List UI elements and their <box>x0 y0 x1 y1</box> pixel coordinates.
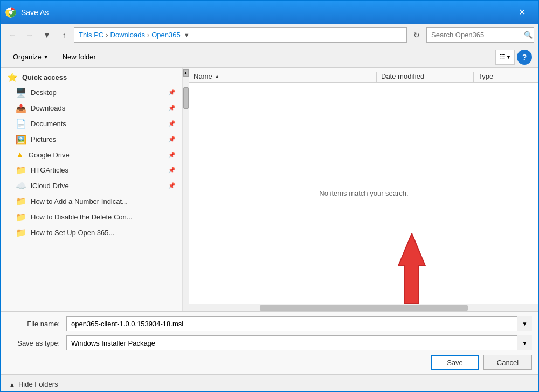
organize-dropdown-icon: ▼ <box>44 54 49 60</box>
breadcrumb[interactable]: This PC › Downloads › Open365 ▼ <box>74 27 407 43</box>
sidebar-item-howto3[interactable]: 📁 How to Set Up Open 365... <box>1 225 182 240</box>
horizontal-scroll-thumb[interactable] <box>260 305 468 311</box>
sidebar-item-documents-label: Documents <box>31 120 66 128</box>
sidebar-scroll-thumb[interactable] <box>183 87 189 109</box>
sidebar-item-icloud[interactable]: ☁️ iCloud Drive 📌 <box>1 178 182 194</box>
savetype-input-wrap: ▼ <box>66 335 532 350</box>
new-folder-button[interactable]: New folder <box>57 50 102 65</box>
htgarticles-icon: 📁 <box>16 165 26 175</box>
sidebar-item-googledrive[interactable]: ▲ Google Drive 📌 <box>1 147 182 162</box>
chrome-icon <box>5 6 17 18</box>
button-row: Save Cancel <box>7 355 532 370</box>
sidebar-item-htgarticles[interactable]: 📁 HTGArticles 📌 <box>1 162 182 178</box>
quick-access-header: ⭐ Quick access <box>1 68 182 85</box>
search-input[interactable] <box>431 31 522 39</box>
breadcrumb-dropdown[interactable]: ▼ <box>184 32 190 38</box>
save-as-dialog: Save As ✕ ← → ▼ ↑ This PC › Downloads › … <box>0 0 539 392</box>
pictures-icon: 🖼️ <box>16 134 26 145</box>
empty-message: No items match your search. <box>319 189 408 197</box>
address-bar: ← → ▼ ↑ This PC › Downloads › Open365 ▼ … <box>1 24 538 46</box>
view-icon: ☷ <box>499 53 505 61</box>
view-button[interactable]: ☷ ▼ <box>495 50 515 65</box>
desktop-icon: 🖥️ <box>16 87 26 98</box>
sidebar-item-downloads[interactable]: 📥 Downloads 📌 <box>1 100 182 116</box>
sidebar-item-desktop[interactable]: 🖥️ Desktop 📌 <box>1 85 182 100</box>
file-area: Name ▲ Date modified Type No items match… <box>189 68 538 311</box>
title-bar: Save As ✕ <box>1 1 538 24</box>
col-name-label: Name <box>194 72 212 80</box>
sidebar-item-howto1[interactable]: 📁 How to Add a Number Indicat... <box>1 194 182 209</box>
icloud-icon: ☁️ <box>16 181 26 191</box>
quick-access-label: Quick access <box>22 73 67 81</box>
view-dropdown-icon: ▼ <box>506 54 511 60</box>
toolbar: Organize ▼ New folder ☷ ▼ ? <box>1 46 538 68</box>
col-header-name[interactable]: Name ▲ <box>189 72 377 82</box>
sidebar-item-howto2-label: How to Disable the Delete Con... <box>31 213 133 221</box>
sidebar-item-howto1-label: How to Add a Number Indicat... <box>31 197 128 205</box>
filename-dropdown-arrow[interactable]: ▼ <box>517 316 532 331</box>
pin-icon-pictures: 📌 <box>168 136 176 143</box>
breadcrumb-thispc[interactable]: This PC <box>79 31 103 39</box>
sidebar-item-pictures-label: Pictures <box>31 135 56 143</box>
horizontal-scrollbar[interactable] <box>189 304 538 311</box>
cancel-button[interactable]: Cancel <box>483 355 532 370</box>
sidebar: ⭐ Quick access 🖥️ Desktop 📌 📥 Downloads … <box>1 68 189 311</box>
sidebar-item-htgarticles-label: HTGArticles <box>31 166 68 174</box>
hide-folders-button[interactable]: ▲ Hide Folders <box>7 378 532 388</box>
save-button[interactable]: Save <box>431 355 479 370</box>
filename-input-wrap: ▼ <box>66 316 532 331</box>
dialog-title: Save As <box>21 8 509 17</box>
close-button[interactable]: ✕ <box>509 1 534 24</box>
sidebar-scrollbar-track: ▲ <box>182 68 189 311</box>
dropdown-history-button[interactable]: ▼ <box>39 27 54 43</box>
sidebar-item-howto2[interactable]: 📁 How to Disable the Delete Con... <box>1 209 182 225</box>
up-button[interactable]: ↑ <box>57 27 72 43</box>
hide-folders-bar: ▲ Hide Folders <box>1 374 538 391</box>
help-button[interactable]: ? <box>517 50 532 65</box>
savetype-row: Save as type: ▼ <box>7 335 532 350</box>
main-content: ⭐ Quick access 🖥️ Desktop 📌 📥 Downloads … <box>1 68 538 311</box>
pin-icon-documents: 📌 <box>168 120 176 127</box>
search-bar: 🔍 <box>426 27 534 43</box>
file-list-empty: No items match your search. <box>189 83 538 304</box>
filename-label: File name: <box>7 320 66 328</box>
organize-button[interactable]: Organize ▼ <box>7 50 54 65</box>
hide-folders-label: Hide Folders <box>18 380 58 388</box>
downloads-icon: 📥 <box>16 103 26 113</box>
sort-icon: ▲ <box>215 73 220 79</box>
col-header-date[interactable]: Date modified <box>377 72 474 82</box>
sidebar-item-pictures[interactable]: 🖼️ Pictures 📌 <box>1 132 182 147</box>
col-header-type[interactable]: Type <box>474 72 538 82</box>
googledrive-icon: ▲ <box>16 150 24 160</box>
search-icon: 🔍 <box>524 31 533 39</box>
savetype-label: Save as type: <box>7 339 66 347</box>
back-button[interactable]: ← <box>5 27 20 43</box>
sidebar-container: ⭐ Quick access 🖥️ Desktop 📌 📥 Downloads … <box>1 68 189 311</box>
sidebar-item-downloads-label: Downloads <box>31 104 65 112</box>
refresh-button[interactable]: ↻ <box>409 27 424 43</box>
svg-point-2 <box>9 10 13 14</box>
chevron-icon: ▲ <box>9 381 15 388</box>
pin-icon-htgarticles: 📌 <box>168 167 176 174</box>
sidebar-item-desktop-label: Desktop <box>31 88 57 97</box>
organize-label: Organize <box>13 53 42 61</box>
sidebar-item-howto3-label: How to Set Up Open 365... <box>31 229 114 237</box>
documents-icon: 📄 <box>16 119 26 129</box>
sidebar-item-documents[interactable]: 📄 Documents 📌 <box>1 116 182 132</box>
pin-icon-icloud: 📌 <box>168 182 176 189</box>
howto1-icon: 📁 <box>16 196 26 207</box>
savetype-input[interactable] <box>66 335 532 350</box>
quick-access-icon: ⭐ <box>7 72 18 82</box>
savetype-dropdown-arrow[interactable]: ▼ <box>517 335 532 350</box>
breadcrumb-downloads[interactable]: Downloads <box>110 31 145 39</box>
pin-icon-downloads: 📌 <box>168 105 176 112</box>
forward-button[interactable]: → <box>22 27 37 43</box>
filename-input[interactable] <box>66 316 532 331</box>
howto3-icon: 📁 <box>16 228 26 238</box>
file-header: Name ▲ Date modified Type <box>189 68 538 83</box>
sidebar-scroll-up[interactable]: ▲ <box>183 69 189 77</box>
sidebar-inner: ⭐ Quick access 🖥️ Desktop 📌 📥 Downloads … <box>1 68 182 311</box>
bottom-bar: File name: ▼ Save as type: ▼ Save Cancel <box>1 311 538 374</box>
filename-row: File name: ▼ <box>7 316 532 331</box>
breadcrumb-open365[interactable]: Open365 <box>151 31 181 39</box>
